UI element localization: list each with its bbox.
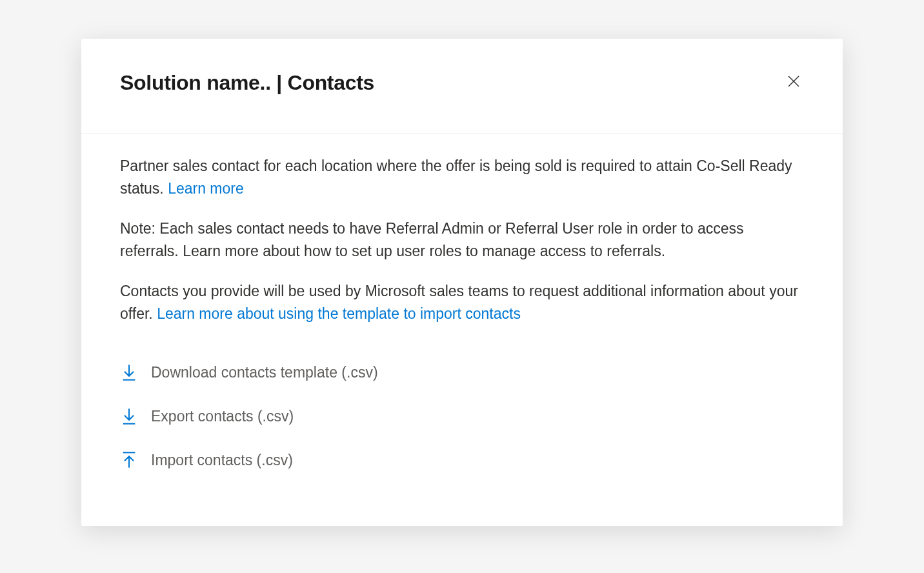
panel-header: Solution name.. | Contacts <box>81 39 843 134</box>
actions-list: Download contacts template (.csv) Export… <box>120 356 804 477</box>
paragraph-microsoft-sales: Contacts you provide will be used by Mic… <box>120 280 804 325</box>
export-contacts-label: Export contacts (.csv) <box>151 408 294 425</box>
download-icon <box>120 407 138 425</box>
import-contacts-action[interactable]: Import contacts (.csv) <box>120 443 804 477</box>
close-icon <box>786 74 801 89</box>
upload-icon <box>120 451 138 469</box>
learn-more-template-link[interactable]: Learn more about using the template to i… <box>157 305 521 322</box>
panel-body: Partner sales contact for each location … <box>81 134 843 526</box>
panel-title: Solution name.. | Contacts <box>120 71 374 95</box>
contacts-panel: Solution name.. | Contacts Partner sales… <box>81 39 843 526</box>
close-button[interactable] <box>783 71 804 92</box>
download-icon <box>120 363 138 381</box>
download-template-action[interactable]: Download contacts template (.csv) <box>120 356 804 389</box>
download-template-label: Download contacts template (.csv) <box>151 364 378 381</box>
paragraph-cosell: Partner sales contact for each location … <box>120 155 804 199</box>
paragraph-referral-note: Note: Each sales contact needs to have R… <box>120 217 804 262</box>
import-contacts-label: Import contacts (.csv) <box>151 452 293 469</box>
learn-more-cosell-link[interactable]: Learn more <box>168 180 244 197</box>
export-contacts-action[interactable]: Export contacts (.csv) <box>120 399 804 433</box>
